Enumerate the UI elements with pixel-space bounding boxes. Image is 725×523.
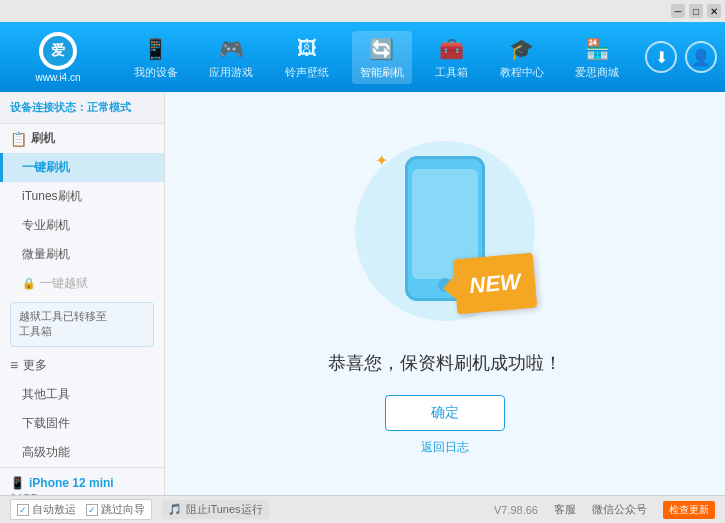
minimize-button[interactable]: ─: [671, 4, 685, 18]
sparkle-topleft: ✦: [375, 151, 388, 170]
logo-icon: 爱: [39, 32, 77, 70]
logo-site: www.i4.cn: [35, 72, 80, 83]
download-fw-label: 下载固件: [22, 416, 70, 430]
back-to-log-link[interactable]: 返回日志: [421, 439, 469, 456]
new-badge-text: NEW: [468, 268, 521, 298]
sidebar-item-one-click[interactable]: 一键刷机: [0, 153, 164, 182]
bottom-left: ✓ 自动敖运 ✓ 跳过向导: [10, 499, 152, 520]
flash-section-icon: 📋: [10, 131, 26, 147]
advanced-label: 高级功能: [22, 445, 70, 459]
nav-items: 📱 我的设备 🎮 应用游戏 🖼 铃声壁纸 🔄 智能刷机 🧰 工具箱 🎓 教程中心…: [108, 31, 645, 84]
close-button[interactable]: ✕: [707, 4, 721, 18]
skip-guide-checkbox[interactable]: ✓ 跳过向导: [86, 502, 145, 517]
itunes-icon: 🎵: [168, 503, 182, 516]
nav-right-actions: ⬇ 👤: [645, 41, 717, 73]
sidebar-item-one-click-label: 一键刷机: [22, 160, 70, 174]
lock-icon: 🔒: [22, 277, 36, 290]
status-label: 设备连接状态：: [10, 101, 87, 113]
skip-guide-label: 跳过向导: [101, 502, 145, 517]
sidebar-item-advanced[interactable]: 高级功能: [0, 438, 164, 467]
nav-label-wallpaper: 铃声壁纸: [285, 65, 329, 80]
top-navigation: 爱 www.i4.cn 📱 我的设备 🎮 应用游戏 🖼 铃声壁纸 🔄 智能刷机 …: [0, 22, 725, 92]
smart-icon: 🔄: [368, 35, 396, 63]
logo-symbol: 爱: [43, 36, 73, 66]
status-value: 正常模式: [87, 101, 131, 113]
sidebar-item-micro-label: 微量刷机: [22, 247, 70, 261]
device-info-section: 📱 iPhone 12 mini 64GB Down-12mini-13,1: [0, 467, 164, 495]
sidebar: 设备连接状态：正常模式 📋 刷机 一键刷机 iTunes刷机 专业刷机 微量刷机…: [0, 92, 165, 495]
download-button[interactable]: ⬇: [645, 41, 677, 73]
account-button[interactable]: 👤: [685, 41, 717, 73]
device-storage: 64GB: [10, 492, 154, 495]
nav-item-wallpaper[interactable]: 🖼 铃声壁纸: [277, 31, 337, 84]
sidebar-item-other-tools[interactable]: 其他工具: [0, 380, 164, 409]
status-bar: 设备连接状态：正常模式: [0, 92, 164, 124]
sidebar-item-pro[interactable]: 专业刷机: [0, 211, 164, 240]
nav-item-smart[interactable]: 🔄 智能刷机: [352, 31, 412, 84]
confirm-button[interactable]: 确定: [385, 395, 505, 431]
content-area: ✦ ✦ NEW 恭喜您，保资料刷机成功啦！ 确定 返回日志: [165, 92, 725, 495]
nav-item-tutorial[interactable]: 🎓 教程中心: [492, 31, 552, 84]
brand-icon: 🏪: [583, 35, 611, 63]
nav-item-apps[interactable]: 🎮 应用游戏: [201, 31, 261, 84]
new-badge: NEW: [453, 253, 537, 315]
bottom-bar: ✓ 自动敖运 ✓ 跳过向导 🎵 阻止iTunes运行 V7.98.66 客服 微…: [0, 495, 725, 523]
device-name: 📱 iPhone 12 mini: [10, 476, 154, 490]
sidebar-notice: 越狱工具已转移至工具箱: [10, 302, 154, 347]
nav-label-tools: 工具箱: [435, 65, 468, 80]
skip-guide-checkbox-box[interactable]: ✓: [86, 504, 98, 516]
nav-label-brand: 爱思商城: [575, 65, 619, 80]
notice-text: 越狱工具已转移至工具箱: [19, 310, 107, 337]
auto-flash-label: 自动敖运: [32, 502, 76, 517]
nav-item-brand[interactable]: 🏪 爱思商城: [567, 31, 627, 84]
sidebar-item-download-fw[interactable]: 下载固件: [0, 409, 164, 438]
wechat-public-link[interactable]: 微信公众号: [592, 502, 647, 517]
more-section-header: ≡ 更多: [0, 351, 164, 380]
apps-icon: 🎮: [217, 35, 245, 63]
locked-item-label: 一键越狱: [40, 275, 88, 292]
device-phone-icon: 📱: [10, 476, 25, 490]
sidebar-item-itunes-label: iTunes刷机: [22, 189, 82, 203]
itunes-bar[interactable]: 🎵 阻止iTunes运行: [162, 500, 269, 519]
wallpaper-icon: 🖼: [293, 35, 321, 63]
flash-section-label: 刷机: [31, 130, 55, 147]
nav-label-device: 我的设备: [134, 65, 178, 80]
bottom-checkboxes: ✓ 自动敖运 ✓ 跳过向导: [10, 499, 152, 520]
main-area: 设备连接状态：正常模式 📋 刷机 一键刷机 iTunes刷机 专业刷机 微量刷机…: [0, 92, 725, 495]
confirm-button-label: 确定: [431, 404, 459, 422]
flash-section-header: 📋 刷机: [0, 124, 164, 153]
sidebar-item-pro-label: 专业刷机: [22, 218, 70, 232]
device-icon: 📱: [142, 35, 170, 63]
check-update-button[interactable]: 检查更新: [663, 501, 715, 519]
other-tools-label: 其他工具: [22, 387, 70, 401]
sidebar-item-micro[interactable]: 微量刷机: [0, 240, 164, 269]
customer-service-link[interactable]: 客服: [554, 502, 576, 517]
back-link-text: 返回日志: [421, 440, 469, 454]
itunes-label: 阻止iTunes运行: [186, 502, 263, 517]
nav-item-device[interactable]: 📱 我的设备: [126, 31, 186, 84]
nav-label-tutorial: 教程中心: [500, 65, 544, 80]
auto-flash-checkbox[interactable]: ✓ 自动敖运: [17, 502, 76, 517]
maximize-button[interactable]: □: [689, 4, 703, 18]
title-bar: ─ □ ✕: [0, 0, 725, 22]
nav-label-smart: 智能刷机: [360, 65, 404, 80]
tutorial-icon: 🎓: [508, 35, 536, 63]
version-number: V7.98.66: [494, 504, 538, 516]
tools-icon: 🧰: [438, 35, 466, 63]
auto-flash-checkbox-box[interactable]: ✓: [17, 504, 29, 516]
sidebar-item-itunes[interactable]: iTunes刷机: [0, 182, 164, 211]
bottom-right: V7.98.66 客服 微信公众号 检查更新: [494, 501, 715, 519]
nav-item-tools[interactable]: 🧰 工具箱: [427, 31, 476, 84]
menu-lines-icon: ≡: [10, 357, 18, 373]
logo-area[interactable]: 爱 www.i4.cn: [8, 32, 108, 83]
more-label: 更多: [23, 357, 47, 374]
nav-label-apps: 应用游戏: [209, 65, 253, 80]
success-message: 恭喜您，保资料刷机成功啦！: [328, 351, 562, 375]
device-name-text: iPhone 12 mini: [29, 476, 114, 490]
success-illustration: ✦ ✦ NEW: [345, 131, 545, 331]
sidebar-locked-jailbreak: 🔒 一键越狱: [0, 269, 164, 298]
